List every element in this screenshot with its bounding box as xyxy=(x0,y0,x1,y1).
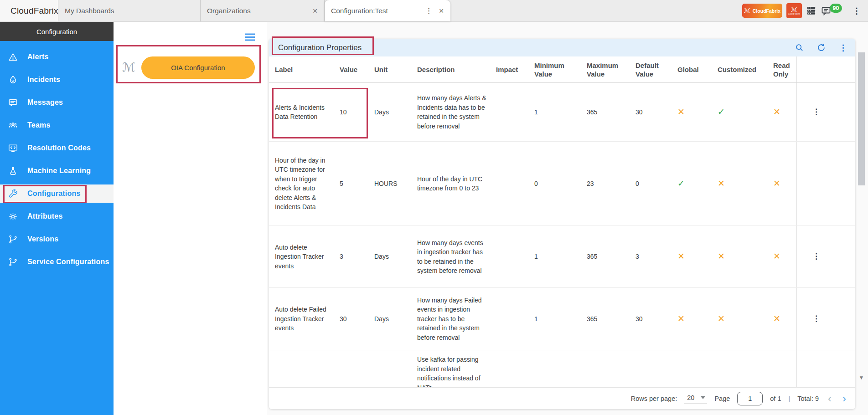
cell-default: 30 xyxy=(630,83,672,141)
table-row: Hour of the day in UTC timezone for when… xyxy=(269,142,855,226)
topbar-overflow-menu-icon[interactable]: ⋮ xyxy=(852,6,861,16)
monitor-code-icon xyxy=(8,143,18,154)
search-icon[interactable] xyxy=(795,43,804,52)
cell-label: For incidents. xyxy=(269,350,334,387)
sidebar-item-configurations[interactable]: Configurations xyxy=(0,184,114,203)
sidebar-nav: AlertsIncidentsMessagesTeamsResolution C… xyxy=(0,41,114,271)
tab-organizations[interactable]: Organizations✕ xyxy=(201,0,325,21)
notification-count-badge[interactable]: 90 xyxy=(830,4,842,13)
column-header-customized: Customized xyxy=(712,65,767,74)
scrollbar-thumb[interactable] xyxy=(858,52,865,185)
tab-configuration-test[interactable]: Configuration:Test⋮✕ xyxy=(325,0,450,21)
cloudfabrix-mini-badge-label: CloudFabrix xyxy=(788,13,800,15)
tab-label: My Dashboards xyxy=(65,7,194,15)
rows-per-page-value: 20 xyxy=(687,394,694,401)
cell-actions: ⋮ xyxy=(796,83,855,141)
gear-icon xyxy=(8,211,18,222)
sidebar-item-versions[interactable]: Versions xyxy=(0,230,114,248)
column-header-actions xyxy=(796,56,855,82)
rows-per-page-select[interactable]: 20 xyxy=(684,393,707,404)
cell-impact xyxy=(490,288,528,350)
configuration-properties-card: Configuration Properties ⋮ LabelValueUni… xyxy=(269,39,855,409)
cell-value: 3 xyxy=(334,226,368,287)
cell-actions xyxy=(796,350,855,387)
refresh-icon[interactable] xyxy=(816,43,826,52)
tab-label: Organizations xyxy=(207,7,306,15)
next-page-icon[interactable]: › xyxy=(841,394,848,403)
cell-value: 30 xyxy=(334,288,368,350)
sidebar-item-label: Alerts xyxy=(27,53,49,61)
cell-read-only: ✕ xyxy=(767,142,796,225)
sidebar-item-label: Versions xyxy=(27,235,58,243)
oia-configuration-button[interactable]: OIA Configuration xyxy=(141,56,255,79)
cloudfabrix-badge[interactable]: ℳ CloudFabrix xyxy=(742,4,782,18)
sidebar: Configuration AlertsIncidentsMessagesTea… xyxy=(0,22,114,415)
row-actions-menu-icon[interactable]: ⋮ xyxy=(812,108,821,117)
page-number-input[interactable] xyxy=(737,392,763,405)
previous-page-icon[interactable]: ‹ xyxy=(826,394,833,403)
cell-impact xyxy=(490,350,528,387)
column-header-label: Label xyxy=(269,65,334,74)
column-header-value: Value xyxy=(334,65,368,74)
table-row: Alerts & Incidents Data Retention10DaysH… xyxy=(269,83,855,142)
cell-actions: ⋮ xyxy=(796,226,855,287)
column-header-read-only: Read Only xyxy=(767,61,796,78)
cell-unit: Days xyxy=(368,226,411,287)
cell-read-only xyxy=(767,350,796,387)
page-label: Page xyxy=(714,395,730,402)
sidebar-item-label: Machine Learning xyxy=(27,167,91,175)
sidebar-item-incidents[interactable]: Incidents xyxy=(0,71,114,89)
global-check-icon: ✓ xyxy=(677,179,685,189)
sidebar-item-teams[interactable]: Teams xyxy=(0,116,114,134)
topbar-actions: ℳ CloudFabrix ℳ CloudFabrix 90 ⋮ xyxy=(742,0,868,21)
read-only-cross-icon: ✕ xyxy=(773,179,780,189)
column-header-default-value: Default Value xyxy=(630,61,672,78)
panel-menu-icon[interactable] xyxy=(245,33,255,41)
tab-menu-icon[interactable]: ⋮ xyxy=(425,7,432,15)
server-stack-icon[interactable] xyxy=(806,5,816,16)
sidebar-item-messages[interactable]: Messages xyxy=(0,93,114,112)
main-content: Configuration Properties ⋮ LabelValueUni… xyxy=(267,22,868,415)
cell-customized: ✕ xyxy=(712,226,767,287)
sidebar-item-service-configurations[interactable]: Service Configurations xyxy=(0,253,114,271)
top-bar: CloudFabrix My DashboardsOrganizations✕C… xyxy=(0,0,868,22)
sidebar-item-resolution-codes[interactable]: Resolution Codes xyxy=(0,139,114,157)
cell-min: 1 xyxy=(528,226,581,287)
tab-strip: My DashboardsOrganizations✕Configuration… xyxy=(58,0,450,21)
cloudfabrix-logo-icon: ℳ xyxy=(744,7,750,14)
cell-customized: ✓ xyxy=(712,83,767,141)
scrollbar-down-button[interactable]: ▼ xyxy=(858,374,865,382)
cell-max: 23 xyxy=(581,142,630,225)
sidebar-item-alerts[interactable]: Alerts xyxy=(0,48,114,66)
sidebar-item-label: Attributes xyxy=(27,212,63,220)
sidebar-item-machine-learning[interactable]: Machine Learning xyxy=(0,162,114,180)
cell-global: ✕ xyxy=(672,226,712,287)
cell-min: 1 xyxy=(528,83,581,141)
cell-default xyxy=(630,350,672,387)
cell-min: 1 xyxy=(528,288,581,350)
sidebar-item-label: Service Configurations xyxy=(27,258,109,266)
flask-icon xyxy=(8,166,18,176)
sidebar-item-attributes[interactable]: Attributes xyxy=(0,207,114,225)
cell-read-only: ✕ xyxy=(767,226,796,287)
git-branch-icon xyxy=(8,234,18,245)
cell-label: Auto delete Ingestion Tracker events xyxy=(269,226,334,287)
tab-my-dashboards[interactable]: My Dashboards xyxy=(58,0,201,21)
row-actions-menu-icon[interactable]: ⋮ xyxy=(812,252,821,261)
cloudfabrix-mini-badge[interactable]: ℳ CloudFabrix xyxy=(786,3,802,18)
column-header-minimum-value: Minimum Value xyxy=(528,61,581,78)
read-only-cross-icon: ✕ xyxy=(773,252,780,261)
cloudfabrix-badge-label: CloudFabrix xyxy=(753,8,780,14)
cell-default: 3 xyxy=(630,226,672,287)
column-header-description: Description xyxy=(411,65,490,74)
read-only-cross-icon: ✕ xyxy=(773,108,780,117)
tab-label: Configuration:Test xyxy=(331,7,417,15)
cell-customized: ✕ xyxy=(712,288,767,350)
configuration-list-panel: ℳ OIA Configuration xyxy=(114,22,267,415)
tab-close-icon[interactable]: ✕ xyxy=(312,7,318,15)
panel-overflow-menu-icon[interactable]: ⋮ xyxy=(838,43,848,52)
tab-close-icon[interactable]: ✕ xyxy=(439,7,444,15)
page-of-label: of 1 xyxy=(770,395,781,402)
cell-read-only: ✕ xyxy=(767,288,796,350)
row-actions-menu-icon[interactable]: ⋮ xyxy=(812,314,821,324)
